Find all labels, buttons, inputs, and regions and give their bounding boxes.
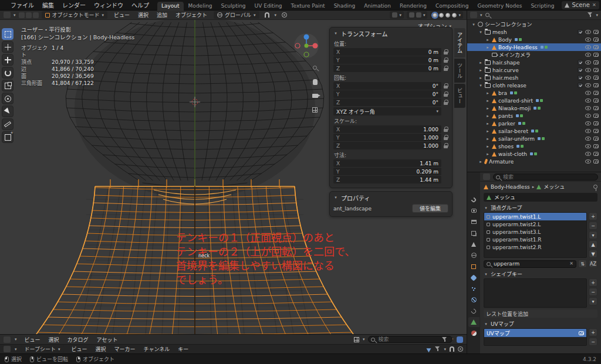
move-up-button[interactable]: ▲: [589, 240, 597, 249]
menu-item[interactable]: ヘルプ: [128, 0, 153, 10]
asset-search-input[interactable]: [368, 336, 453, 343]
properties-search-input[interactable]: [493, 174, 598, 181]
xray-toggle-icon[interactable]: [416, 12, 421, 18]
outliner-row[interactable]: hair.curve: [467, 66, 601, 74]
exclude-checkbox[interactable]: [578, 29, 583, 35]
lock-icon[interactable]: [444, 57, 448, 63]
outliner-row[interactable]: sailar-uniform: [467, 135, 601, 142]
render-camera-icon[interactable]: [593, 106, 599, 110]
menu-item[interactable]: ビュー: [68, 345, 91, 353]
outliner-row[interactable]: sailar-beret: [467, 127, 601, 135]
vertex-groups-panel-header[interactable]: 頂点グループ: [484, 203, 597, 212]
expand-icon[interactable]: [478, 68, 483, 73]
tool-button[interactable]: [2, 41, 13, 53]
menu-item[interactable]: 編集: [39, 0, 58, 10]
chevron-down-icon[interactable]: ▾: [480, 13, 482, 18]
outliner-editor-icon[interactable]: [470, 12, 477, 18]
number-field[interactable]: Z1.44 m: [333, 176, 441, 183]
rotation-mode-dropdown[interactable]: XYZ オイラー角 ▾: [333, 107, 441, 115]
outliner-row[interactable]: hair.shape: [467, 59, 601, 66]
move-down-button[interactable]: ▼: [589, 250, 597, 258]
number-field[interactable]: X0°: [333, 82, 441, 90]
properties-tab-icon[interactable]: [468, 306, 480, 316]
menu-item[interactable]: 選択: [45, 335, 63, 344]
pan-hand-icon[interactable]: [310, 77, 319, 86]
vertex-group-row[interactable]: upperarm.twist1.L: [484, 213, 586, 220]
workspace-tab[interactable]: Animation: [360, 2, 395, 11]
properties-panel-header[interactable]: プロパティ: [333, 193, 448, 202]
overlays-group[interactable]: ▾: [407, 11, 428, 19]
hide-eye-icon[interactable]: [585, 83, 591, 87]
shape-keys-panel-header[interactable]: シェイプキー: [484, 270, 597, 278]
navigation-gizmo[interactable]: [293, 33, 319, 59]
workspace-tab[interactable]: Compositing: [431, 2, 472, 11]
shape-keys-list[interactable]: [484, 278, 587, 308]
menu-item[interactable]: マーカー: [111, 345, 139, 353]
exclude-checkbox[interactable]: [578, 83, 583, 88]
render-camera-icon[interactable]: [593, 91, 599, 95]
asset-settings-icon[interactable]: [457, 336, 463, 343]
search-icon[interactable]: [485, 13, 489, 17]
number-field[interactable]: X1.41 m: [333, 159, 441, 167]
menu-item[interactable]: オブジェクト: [172, 11, 211, 19]
render-camera-icon[interactable]: [593, 76, 599, 80]
vertex-group-row[interactable]: upperarm.twist3.L: [484, 228, 586, 236]
outliner-row[interactable]: Body: [467, 36, 601, 43]
chevron-down-icon[interactable]: ▾: [15, 337, 17, 342]
gizmo-toggle-icon[interactable]: [392, 12, 397, 18]
expand-icon[interactable]: [478, 30, 483, 35]
proportional-edit-icon[interactable]: [458, 346, 463, 352]
wireframe-shading-icon[interactable]: [433, 13, 437, 18]
expand-icon[interactable]: [485, 91, 490, 96]
hide-eye-icon[interactable]: [585, 137, 591, 141]
lock-icon[interactable]: [444, 83, 448, 89]
mode-dropdown[interactable]: オブジェクトモード ▾: [42, 11, 108, 19]
outliner-row[interactable]: シーンコレクション: [467, 21, 601, 28]
properties-editor-icon[interactable]: [483, 174, 490, 180]
collapse-arrow-icon[interactable]: [484, 206, 488, 210]
workspace-tab[interactable]: Shading: [330, 2, 360, 11]
number-field[interactable]: Y1.000: [333, 134, 441, 141]
expand-icon[interactable]: [485, 152, 490, 157]
breadcrumb-object[interactable]: Body-Headless: [491, 184, 530, 190]
render-camera-icon[interactable]: [593, 114, 599, 118]
chevron-down-icon[interactable]: ▾: [399, 13, 401, 18]
hide-eye-icon[interactable]: [585, 53, 591, 57]
solid-shading-icon[interactable]: [439, 13, 444, 18]
menu-item[interactable]: アセット: [93, 335, 121, 344]
expand-icon[interactable]: [485, 129, 490, 134]
outliner-row[interactable]: bra: [467, 89, 601, 97]
hide-eye-icon[interactable]: [585, 45, 591, 49]
add-uv-map-button[interactable]: +: [589, 328, 597, 336]
workspace-tab[interactable]: Layout: [157, 2, 184, 11]
dope-sheet-mode-dropdown[interactable]: ドープシート ▾: [21, 345, 64, 353]
expand-icon[interactable]: [478, 76, 483, 80]
render-camera-icon[interactable]: [593, 159, 599, 164]
render-camera-icon[interactable]: [593, 68, 599, 72]
expand-icon[interactable]: [478, 83, 483, 88]
remove-uv-map-button[interactable]: −: [589, 338, 597, 346]
n-panel-tab[interactable]: アイテム: [454, 28, 465, 57]
number-field[interactable]: Z0°: [333, 98, 441, 106]
hide-eye-icon[interactable]: [585, 30, 591, 34]
hide-eye-icon[interactable]: [585, 98, 591, 103]
hide-eye-icon[interactable]: [585, 106, 591, 110]
clear-search-icon[interactable]: ✕: [569, 261, 573, 266]
outliner-row[interactable]: mesh: [467, 28, 601, 36]
number-field[interactable]: Z0 m: [333, 64, 441, 72]
viewport-mini-toggles[interactable]: [19, 12, 39, 18]
expand-icon[interactable]: [485, 98, 490, 103]
properties-tab-icon[interactable]: [468, 295, 480, 305]
properties-tab-icon[interactable]: [468, 217, 480, 227]
render-camera-icon[interactable]: [593, 144, 599, 148]
outliner-row[interactable]: cloth release: [467, 81, 601, 89]
menu-item[interactable]: 選択: [134, 11, 152, 19]
outliner-row[interactable]: waist-cloth: [467, 150, 601, 158]
hide-eye-icon[interactable]: [585, 76, 591, 80]
expand-icon[interactable]: [478, 159, 483, 164]
expand-icon[interactable]: [485, 121, 490, 126]
vertex-group-specials-button[interactable]: ▾: [589, 231, 597, 239]
render-camera-icon[interactable]: [593, 98, 599, 103]
workspace-tab[interactable]: UV Editing: [251, 2, 286, 11]
hide-eye-icon[interactable]: [585, 68, 591, 72]
